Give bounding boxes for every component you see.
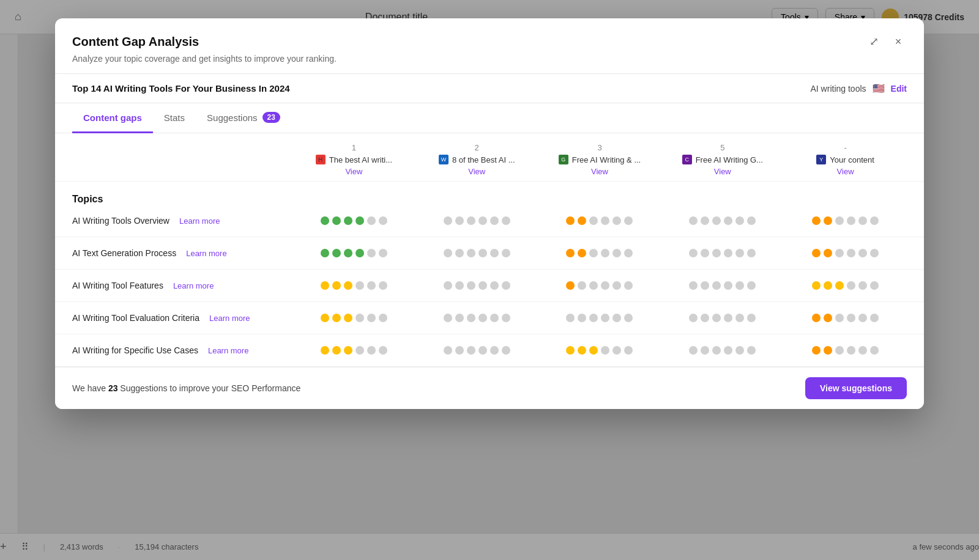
topic-cell-5: AI Writing for Specific Use Cases Learn … bbox=[72, 345, 292, 355]
dot bbox=[835, 281, 844, 290]
dot bbox=[858, 346, 867, 355]
learn-more-3[interactable]: Learn more bbox=[173, 281, 214, 290]
dot bbox=[735, 249, 744, 257]
dot bbox=[747, 346, 756, 355]
dot bbox=[847, 314, 855, 322]
comp-name-5: Y Your content bbox=[816, 155, 874, 164]
dots-4-2 bbox=[415, 314, 538, 322]
dot bbox=[332, 346, 341, 355]
dot bbox=[624, 249, 633, 257]
tab-stats[interactable]: Stats bbox=[153, 104, 196, 133]
dot bbox=[624, 216, 633, 225]
competitor-col-4: 5 C Free AI Writing G... View bbox=[661, 143, 784, 176]
modal-title: Content Gap Analysis bbox=[72, 35, 199, 49]
your-content-col: - Y Your content View bbox=[784, 143, 907, 176]
dot bbox=[824, 249, 832, 257]
dot bbox=[601, 346, 609, 355]
dot bbox=[689, 249, 698, 257]
dot bbox=[724, 314, 732, 322]
close-icon[interactable]: × bbox=[890, 33, 907, 50]
dot bbox=[612, 346, 621, 355]
dots-3-2 bbox=[415, 281, 538, 290]
dot bbox=[847, 216, 855, 225]
comp-view-5[interactable]: View bbox=[837, 167, 854, 176]
topics-section: Topics bbox=[55, 182, 924, 205]
competitors-header: 1 H The best AI writi... View 2 W 8 of t… bbox=[55, 133, 924, 182]
comp-view-2[interactable]: View bbox=[468, 167, 485, 176]
topic-cell-2: AI Text Generation Process Learn more bbox=[72, 248, 292, 258]
topic-row-4: AI Writing Tool Evaluation Criteria Lear… bbox=[55, 302, 924, 334]
dot bbox=[578, 249, 586, 257]
dot bbox=[502, 216, 510, 225]
dot bbox=[444, 346, 452, 355]
modal-title-row: Content Gap Analysis ⤢ × bbox=[72, 33, 907, 50]
dots-4-1 bbox=[292, 314, 415, 322]
dot bbox=[835, 314, 844, 322]
dot bbox=[812, 314, 821, 322]
expand-icon[interactable]: ⤢ bbox=[865, 33, 882, 50]
dot bbox=[824, 216, 832, 225]
dot bbox=[355, 281, 364, 290]
dot bbox=[812, 249, 821, 257]
dot bbox=[367, 216, 376, 225]
dot bbox=[379, 249, 387, 257]
edit-button[interactable]: Edit bbox=[891, 84, 907, 94]
tab-content-gaps[interactable]: Content gaps bbox=[72, 104, 153, 133]
dot bbox=[332, 314, 341, 322]
learn-more-1[interactable]: Learn more bbox=[179, 216, 220, 226]
dot bbox=[735, 281, 744, 290]
dot bbox=[701, 346, 709, 355]
dots-2-3 bbox=[538, 249, 661, 257]
learn-more-4[interactable]: Learn more bbox=[209, 314, 250, 323]
dot bbox=[701, 216, 709, 225]
topic-cell-1: AI Writing Tools Overview Learn more bbox=[72, 216, 292, 226]
dot bbox=[870, 216, 879, 225]
dot bbox=[870, 281, 879, 290]
comp-view-3[interactable]: View bbox=[591, 167, 608, 176]
dot bbox=[870, 346, 879, 355]
dot bbox=[379, 314, 387, 322]
learn-more-2[interactable]: Learn more bbox=[186, 249, 226, 258]
dot bbox=[467, 346, 475, 355]
dot bbox=[344, 314, 352, 322]
dot bbox=[689, 314, 698, 322]
dot bbox=[321, 314, 329, 322]
favicon-5: Y bbox=[816, 155, 826, 164]
learn-more-5[interactable]: Learn more bbox=[208, 346, 248, 355]
comp-name-3: G Free AI Writing & ... bbox=[559, 155, 641, 164]
dot bbox=[747, 249, 756, 257]
dots-5-3 bbox=[538, 346, 661, 355]
dots-1-5 bbox=[784, 216, 907, 225]
dot bbox=[444, 249, 452, 257]
dot bbox=[566, 314, 575, 322]
dots-4-3 bbox=[538, 314, 661, 322]
topic-row-2: AI Text Generation Process Learn more bbox=[55, 237, 924, 270]
dot bbox=[455, 216, 464, 225]
doc-title-row: Top 14 AI Writing Tools For Your Busines… bbox=[55, 74, 924, 103]
dot bbox=[379, 281, 387, 290]
dot bbox=[747, 314, 756, 322]
tabs-row: Content gaps Stats Suggestions 23 bbox=[55, 103, 924, 133]
dot bbox=[444, 216, 452, 225]
comp-name-4: C Free AI Writing G... bbox=[682, 155, 763, 164]
comp-view-4[interactable]: View bbox=[714, 167, 731, 176]
dot bbox=[824, 314, 832, 322]
doc-title-right: AI writing tools 🇺🇸 Edit bbox=[811, 83, 907, 94]
comp-view-1[interactable]: View bbox=[345, 167, 362, 176]
dots-1-4 bbox=[661, 216, 784, 225]
modal-subtitle: Analyze your topic coverage and get insi… bbox=[72, 54, 907, 64]
dot bbox=[444, 314, 452, 322]
competitor-col-1: 1 H The best AI writi... View bbox=[292, 143, 415, 176]
dot bbox=[332, 216, 341, 225]
dot bbox=[367, 281, 376, 290]
dot bbox=[566, 216, 575, 225]
dot bbox=[332, 281, 341, 290]
dot bbox=[355, 314, 364, 322]
dot bbox=[367, 346, 376, 355]
dot bbox=[712, 216, 721, 225]
dot bbox=[624, 281, 633, 290]
dot bbox=[467, 281, 475, 290]
view-suggestions-button[interactable]: View suggestions bbox=[805, 377, 907, 399]
tab-suggestions[interactable]: Suggestions 23 bbox=[196, 103, 291, 133]
dot bbox=[355, 216, 364, 225]
